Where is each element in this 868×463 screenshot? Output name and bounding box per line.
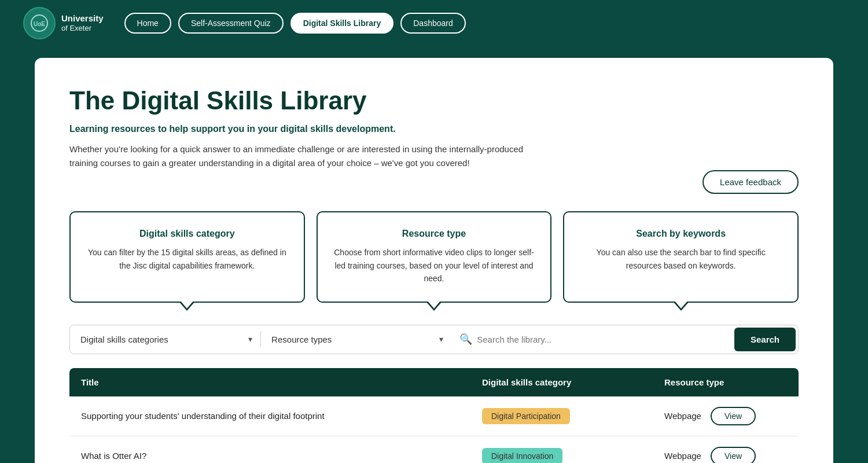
feedback-row: Leave feedback	[69, 170, 799, 194]
main-content: The Digital Skills Library Learning reso…	[35, 58, 833, 463]
info-card-search-desc: You can also use the search bar to find …	[578, 246, 784, 272]
resource-filter-wrapper: Resource types ▾	[261, 326, 451, 352]
leave-feedback-button[interactable]: Leave feedback	[703, 170, 799, 194]
search-wrapper: 🔍	[451, 326, 734, 352]
info-card-category: Digital skills category You can filter b…	[69, 211, 305, 302]
table-row: Supporting your students' understanding …	[69, 396, 799, 436]
row-2-actions: Webpage View	[664, 447, 787, 463]
row-2-category: Digital Innovation	[470, 436, 653, 463]
table-header-resource: Resource type	[653, 368, 799, 396]
table-row: What is Otter AI? Digital Innovation Web…	[69, 436, 799, 463]
page-subtitle: Learning resources to help support you i…	[69, 124, 799, 134]
category-filter[interactable]: Digital skills categories	[70, 326, 260, 352]
info-card-category-desc: You can filter by the 15 digital skills …	[84, 246, 290, 272]
search-button[interactable]: Search	[734, 328, 796, 351]
main-nav: Home Self-Assessment Quiz Digital Skills…	[124, 13, 466, 34]
row-1-category-badge: Digital Participation	[482, 408, 570, 424]
row-1-actions: Webpage View	[664, 407, 787, 425]
logo-text: University of Exeter	[61, 13, 104, 34]
table-body: Supporting your students' understanding …	[69, 396, 799, 463]
header: UoE University of Exeter Home Self-Asses…	[0, 0, 868, 46]
table-header-title: Title	[69, 368, 470, 396]
row-1-view-button[interactable]: View	[711, 407, 756, 425]
info-card-resource-title: Resource type	[332, 229, 537, 239]
nav-library[interactable]: Digital Skills Library	[290, 13, 394, 34]
row-2-resource: Webpage View	[653, 436, 799, 463]
info-card-search-title: Search by keywords	[578, 229, 784, 239]
svg-text:UoE: UoE	[34, 21, 45, 27]
row-1-title: Supporting your students' understanding …	[69, 396, 470, 436]
search-icon: 🔍	[459, 333, 472, 346]
row-2-view-button[interactable]: View	[711, 447, 756, 463]
row-1-resource: Webpage View	[653, 396, 799, 436]
nav-home[interactable]: Home	[124, 13, 171, 34]
search-input[interactable]	[477, 326, 726, 352]
info-cards: Digital skills category You can filter b…	[69, 211, 799, 302]
row-2-title: What is Otter AI?	[69, 436, 470, 463]
info-card-resource: Resource type Choose from short informat…	[317, 211, 552, 302]
filter-row: Digital skills categories ▾ Resource typ…	[69, 325, 799, 354]
page-description: Whether you're looking for a quick answe…	[69, 142, 544, 170]
logo-area: UoE University of Exeter	[23, 7, 104, 39]
resource-filter[interactable]: Resource types	[261, 326, 451, 352]
info-card-search: Search by keywords You can also use the …	[563, 211, 799, 302]
info-card-category-title: Digital skills category	[84, 229, 290, 239]
nav-dashboard[interactable]: Dashboard	[400, 13, 466, 34]
nav-quiz[interactable]: Self-Assessment Quiz	[178, 13, 284, 34]
results-table: Title Digital skills category Resource t…	[69, 368, 799, 463]
row-2-category-badge: Digital Innovation	[482, 448, 562, 463]
university-logo: UoE	[23, 7, 56, 39]
table-header: Title Digital skills category Resource t…	[69, 368, 799, 396]
page-title: The Digital Skills Library	[69, 87, 799, 115]
category-filter-wrapper: Digital skills categories ▾	[70, 326, 260, 352]
row-1-category: Digital Participation	[470, 396, 653, 436]
table-header-category: Digital skills category	[470, 368, 653, 396]
info-card-resource-desc: Choose from short informative video clip…	[332, 246, 537, 285]
